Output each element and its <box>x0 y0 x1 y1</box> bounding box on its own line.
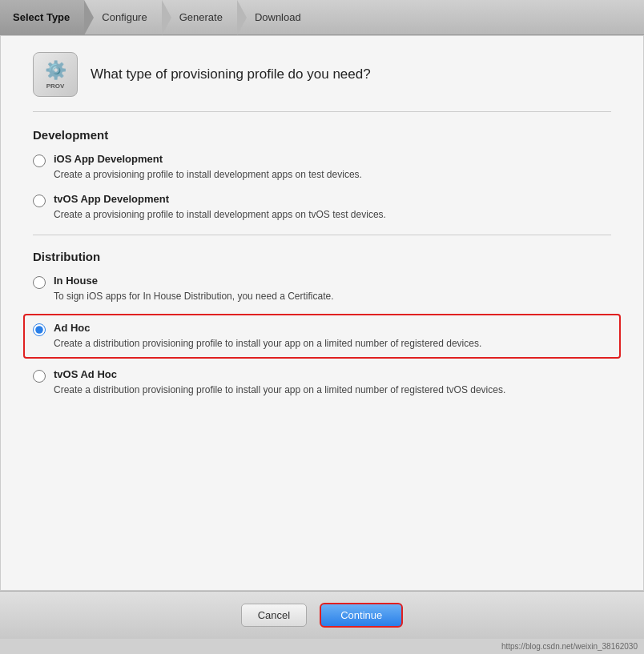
option-in-house-desc: To sign iOS apps for In House Distributi… <box>54 291 334 302</box>
main-content: ⚙️ PROV What type of provisioning profil… <box>0 35 644 591</box>
adhoc-highlight-box: Ad Hoc Create a distribution provisionin… <box>23 314 621 359</box>
option-ad-hoc-name: Ad Hoc <box>54 322 481 334</box>
wizard-step-select-type-label: Select Type <box>13 11 70 23</box>
radio-ios-dev[interactable] <box>33 154 46 167</box>
continue-button[interactable]: Continue <box>320 603 403 628</box>
wizard-step-configure[interactable]: Configure <box>84 0 161 34</box>
header-section: ⚙️ PROV What type of provisioning profil… <box>33 52 611 112</box>
radio-in-house[interactable] <box>33 276 46 289</box>
url-text: https://blog.csdn.net/weixin_38162030 <box>501 642 638 651</box>
option-tvos-dev-desc: Create a provisioning profile to install… <box>54 209 386 220</box>
wizard-step-download-label: Download <box>255 11 301 23</box>
radio-tvos-adhoc[interactable] <box>33 370 46 383</box>
option-tvos-adhoc-text: tvOS Ad Hoc Create a distribution provis… <box>54 368 505 397</box>
option-tvos-adhoc-desc: Create a distribution provisioning profi… <box>54 384 505 395</box>
distribution-options: In House To sign iOS apps for In House D… <box>33 275 611 397</box>
radio-tvos-dev[interactable] <box>33 195 46 207</box>
option-ios-dev-text: iOS App Development Create a provisionin… <box>54 153 362 182</box>
option-tvos-adhoc-name: tvOS Ad Hoc <box>54 368 505 380</box>
url-bar: https://blog.csdn.net/weixin_38162030 <box>0 639 644 654</box>
option-in-house[interactable]: In House To sign iOS apps for In House D… <box>33 275 611 303</box>
option-in-house-name: In House <box>54 275 334 287</box>
distribution-section: Distribution In House To sign iOS apps f… <box>33 250 611 397</box>
wizard-step-generate[interactable]: Generate <box>162 0 237 34</box>
wizard-step-generate-label: Generate <box>179 11 223 23</box>
section-divider-1 <box>33 235 611 235</box>
gear-icon: ⚙️ <box>45 60 66 81</box>
option-in-house-text: In House To sign iOS apps for In House D… <box>54 275 334 303</box>
option-ad-hoc-desc: Create a distribution provisioning profi… <box>54 338 481 349</box>
header-title: What type of provisioning profile do you… <box>91 66 371 82</box>
wizard-step-configure-label: Configure <box>102 11 147 23</box>
option-ios-dev-name: iOS App Development <box>54 153 362 165</box>
option-ad-hoc-text: Ad Hoc Create a distribution provisionin… <box>54 322 481 351</box>
option-tvos-adhoc[interactable]: tvOS Ad Hoc Create a distribution provis… <box>33 368 611 397</box>
distribution-section-title: Distribution <box>33 250 611 263</box>
prov-label: PROV <box>46 82 65 90</box>
option-ios-dev-desc: Create a provisioning profile to install… <box>54 169 362 180</box>
footer: Cancel Continue <box>0 591 644 639</box>
cancel-button[interactable]: Cancel <box>241 604 307 627</box>
development-section-title: Development <box>33 128 611 142</box>
prov-icon: ⚙️ PROV <box>33 52 78 97</box>
option-ios-dev[interactable]: iOS App Development Create a provisionin… <box>33 153 611 182</box>
radio-ad-hoc[interactable] <box>33 323 46 336</box>
wizard-step-download[interactable]: Download <box>237 0 316 34</box>
development-section: Development iOS App Development Create a… <box>33 128 611 222</box>
development-options: iOS App Development Create a provisionin… <box>33 153 611 222</box>
option-tvos-dev[interactable]: tvOS App Development Create a provisioni… <box>33 193 611 222</box>
option-tvos-dev-text: tvOS App Development Create a provisioni… <box>54 193 386 222</box>
option-ad-hoc[interactable]: Ad Hoc Create a distribution provisionin… <box>33 322 611 351</box>
option-tvos-dev-name: tvOS App Development <box>54 193 386 205</box>
wizard-steps-bar: Select Type Configure Generate Download <box>0 0 644 35</box>
wizard-step-select-type[interactable]: Select Type <box>0 0 84 34</box>
